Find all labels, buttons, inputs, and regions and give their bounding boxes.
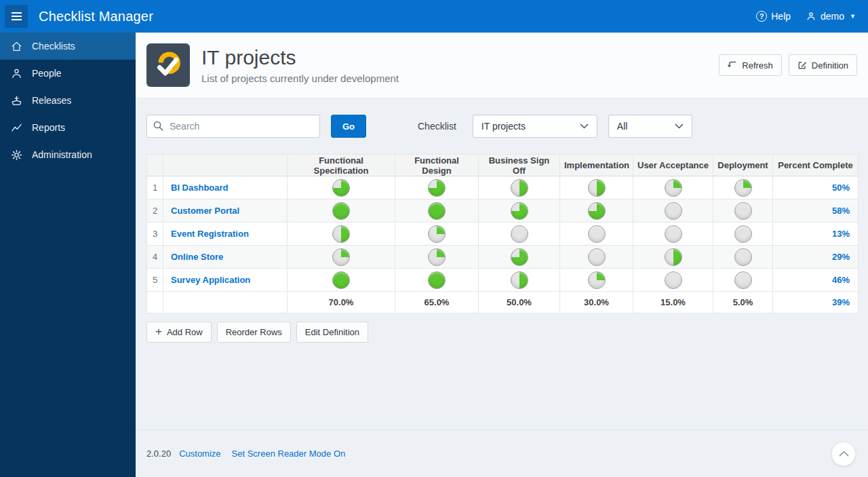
progress-pie[interactable] bbox=[734, 271, 752, 289]
edit-definition-button[interactable]: Edit Definition bbox=[296, 322, 368, 343]
summary-empty bbox=[147, 292, 163, 313]
search-input[interactable] bbox=[146, 115, 320, 138]
progress-pie[interactable] bbox=[734, 179, 752, 197]
checklist-select-value: IT projects bbox=[481, 121, 526, 132]
help-menu[interactable]: ? Help bbox=[756, 11, 791, 22]
progress-pie[interactable] bbox=[665, 225, 682, 243]
project-name-cell: Event Registration bbox=[163, 223, 288, 246]
stage-cell bbox=[395, 199, 479, 223]
project-link[interactable]: Event Registration bbox=[171, 229, 249, 239]
progress-pie[interactable] bbox=[332, 225, 350, 243]
screen-reader-mode-link[interactable]: Set Screen Reader Mode On bbox=[232, 449, 346, 459]
checklist-select[interactable]: IT projects bbox=[473, 115, 597, 138]
definition-label: Definition bbox=[812, 60, 848, 71]
progress-pie[interactable] bbox=[588, 225, 606, 243]
project-link[interactable]: Customer Portal bbox=[171, 206, 239, 216]
progress-pie[interactable] bbox=[332, 271, 350, 289]
stage-cell bbox=[395, 269, 479, 292]
percent-complete-link[interactable]: 50% bbox=[832, 183, 850, 193]
progress-pie[interactable] bbox=[665, 248, 682, 266]
col-header-rownum bbox=[147, 155, 163, 176]
percent-complete-link[interactable]: 13% bbox=[832, 229, 850, 239]
refresh-button[interactable]: Refresh bbox=[719, 54, 782, 76]
stage-cell bbox=[395, 176, 479, 199]
add-row-label: Add Row bbox=[167, 327, 203, 337]
progress-pie[interactable] bbox=[511, 248, 528, 266]
page-subtitle: List of projects currently under develop… bbox=[201, 73, 399, 84]
progress-pie[interactable] bbox=[428, 271, 446, 289]
help-icon: ? bbox=[756, 11, 767, 22]
sidebar-item-releases[interactable]: Releases bbox=[0, 87, 136, 114]
stage-cell bbox=[713, 199, 773, 223]
progress-pie[interactable] bbox=[428, 225, 446, 243]
sidebar-item-label: Administration bbox=[32, 149, 92, 160]
home-icon bbox=[10, 40, 23, 53]
summary-total-percent: 39% bbox=[773, 292, 859, 313]
progress-pie[interactable] bbox=[511, 271, 528, 289]
progress-pie[interactable] bbox=[511, 179, 528, 197]
project-link[interactable]: Online Store bbox=[171, 252, 223, 262]
stage-cell bbox=[560, 269, 633, 292]
progress-pie[interactable] bbox=[428, 248, 446, 266]
project-name-cell: Online Store bbox=[163, 246, 288, 269]
sidebar-item-people[interactable]: People bbox=[0, 60, 136, 87]
progress-pie[interactable] bbox=[734, 202, 752, 220]
stage-cell bbox=[713, 269, 773, 292]
stage-cell bbox=[560, 223, 633, 246]
progress-pie[interactable] bbox=[588, 179, 606, 197]
help-label: Help bbox=[771, 11, 791, 22]
progress-pie[interactable] bbox=[665, 202, 682, 220]
progress-pie[interactable] bbox=[428, 202, 446, 220]
progress-pie[interactable] bbox=[428, 179, 446, 197]
chart-icon bbox=[10, 121, 23, 134]
ship-icon bbox=[10, 94, 23, 107]
col-header-implementation: Implementation bbox=[560, 155, 633, 176]
sidebar-item-checklists[interactable]: Checklists bbox=[0, 33, 136, 60]
summary-avg-user-acceptance: 15.0% bbox=[633, 292, 713, 313]
percent-complete-cell: 13% bbox=[773, 223, 859, 246]
summary-empty bbox=[163, 292, 288, 313]
sidebar-item-administration[interactable]: Administration bbox=[0, 141, 136, 168]
hamburger-menu-icon[interactable] bbox=[5, 5, 28, 28]
reorder-rows-button[interactable]: Reorder Rows bbox=[217, 322, 291, 343]
progress-pie[interactable] bbox=[332, 179, 350, 197]
add-row-button[interactable]: + Add Row bbox=[146, 322, 212, 343]
status-filter-select[interactable]: All bbox=[608, 115, 692, 138]
project-link[interactable]: BI Dashboard bbox=[171, 183, 229, 193]
stage-cell bbox=[479, 246, 560, 269]
chevron-up-icon bbox=[839, 451, 849, 457]
percent-complete-link[interactable]: 29% bbox=[832, 252, 850, 262]
progress-pie[interactable] bbox=[665, 179, 682, 197]
definition-button[interactable]: Definition bbox=[789, 54, 857, 76]
go-button[interactable]: Go bbox=[331, 115, 366, 138]
gear-icon bbox=[10, 149, 23, 161]
project-link[interactable]: Survey Application bbox=[171, 275, 250, 285]
stage-cell bbox=[288, 223, 395, 246]
project-name-cell: BI Dashboard bbox=[163, 176, 288, 199]
row-number: 4 bbox=[147, 246, 163, 269]
progress-pie[interactable] bbox=[588, 271, 606, 289]
progress-pie[interactable] bbox=[332, 202, 350, 220]
progress-pie[interactable] bbox=[734, 248, 752, 266]
progress-pie[interactable] bbox=[511, 202, 528, 220]
customize-link[interactable]: Customize bbox=[179, 449, 220, 459]
content-region: Go Checklist IT projects All bbox=[136, 98, 868, 430]
scroll-to-top-button[interactable] bbox=[831, 442, 856, 466]
progress-pie[interactable] bbox=[332, 248, 350, 266]
user-menu[interactable]: demo ▼ bbox=[806, 11, 856, 22]
progress-pie[interactable] bbox=[511, 225, 528, 243]
table-row: 2Customer Portal58% bbox=[147, 199, 859, 223]
sidebar-item-label: Reports bbox=[32, 122, 65, 133]
sidebar-item-reports[interactable]: Reports bbox=[0, 114, 136, 141]
progress-pie[interactable] bbox=[588, 202, 606, 220]
stage-cell bbox=[288, 176, 395, 199]
stage-cell bbox=[288, 246, 395, 269]
progress-pie[interactable] bbox=[588, 248, 606, 266]
percent-complete-link[interactable]: 46% bbox=[832, 275, 850, 285]
table-row: 5Survey Application46% bbox=[147, 269, 859, 292]
percent-complete-link[interactable]: 58% bbox=[832, 206, 850, 216]
progress-pie[interactable] bbox=[734, 225, 752, 243]
summary-avg-business-sign-off: 50.0% bbox=[479, 292, 560, 313]
progress-pie[interactable] bbox=[665, 271, 682, 289]
refresh-icon bbox=[728, 60, 737, 70]
